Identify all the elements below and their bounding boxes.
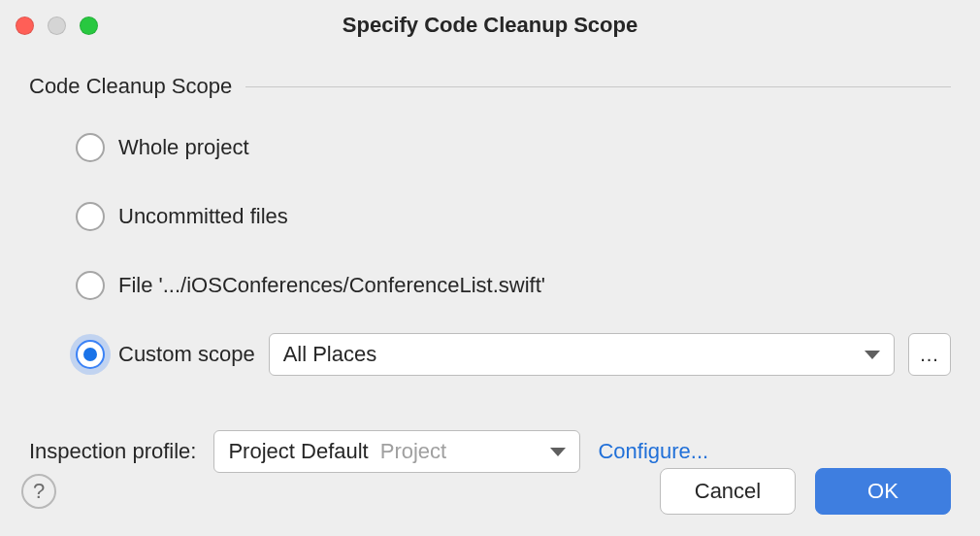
chevron-down-icon [865,351,880,359]
radio-label-uncommitted: Uncommitted files [118,204,288,229]
cancel-button[interactable]: Cancel [660,468,796,515]
radio-whole-project[interactable] [76,133,105,162]
radio-label-custom-scope: Custom scope [118,342,255,367]
radio-uncommitted[interactable] [76,202,105,231]
window-minimize-button[interactable] [48,17,66,35]
radio-row-uncommitted[interactable]: Uncommitted files [76,195,951,238]
ok-button-label: OK [867,479,898,504]
window-title: Specify Code Cleanup Scope [0,13,980,38]
radio-label-whole-project: Whole project [118,135,249,160]
titlebar: Specify Code Cleanup Scope [0,0,980,50]
scope-radio-group: Whole project Uncommitted files File '..… [29,126,951,376]
window-close-button[interactable] [16,17,34,35]
ellipsis-icon: ... [920,344,939,366]
radio-row-whole-project[interactable]: Whole project [76,126,951,169]
scope-group-header: Code Cleanup Scope [29,74,951,99]
dialog-content: Code Cleanup Scope Whole project Uncommi… [0,50,980,473]
radio-label-file: File '.../iOSConferences/ConferenceList.… [118,273,545,298]
scope-combobox[interactable]: All Places [269,333,895,376]
radio-row-custom-scope[interactable]: Custom scope All Places ... [76,333,951,376]
scope-combobox-value: All Places [283,342,377,367]
help-button[interactable]: ? [21,474,56,509]
scope-group-title: Code Cleanup Scope [29,74,232,99]
dialog-footer: ? Cancel OK [0,451,980,536]
radio-custom-scope[interactable] [76,340,105,369]
ok-button[interactable]: OK [815,468,951,515]
help-icon: ? [33,479,45,504]
radio-row-file[interactable]: File '.../iOSConferences/ConferenceList.… [76,264,951,307]
traffic-lights [16,17,98,35]
cancel-button-label: Cancel [695,479,761,504]
window-zoom-button[interactable] [80,17,98,35]
scope-browse-button[interactable]: ... [908,333,951,376]
divider [245,86,951,87]
radio-file[interactable] [76,271,105,300]
